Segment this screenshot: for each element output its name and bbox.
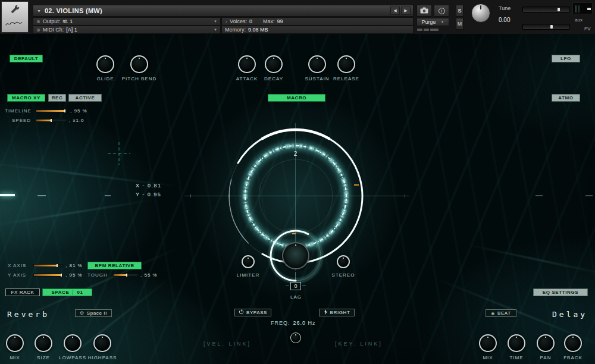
fx-rack-label: FX RACK xyxy=(11,290,35,295)
stereo-label: STEREO xyxy=(332,272,355,278)
bpm-relative-button[interactable]: BPM RELATIVE xyxy=(87,262,142,269)
bolt-icon xyxy=(324,309,328,316)
edge-tick xyxy=(585,195,593,196)
release-knob-group: RELEASE xyxy=(328,55,364,81)
x-axis-label: X AXIS xyxy=(8,263,26,268)
tough-label: TOUGH xyxy=(87,272,108,278)
highpass-knob[interactable] xyxy=(93,334,111,352)
limiter-label: LIMITER xyxy=(237,272,260,278)
freq-knob[interactable] xyxy=(290,332,301,343)
attack-knob[interactable] xyxy=(238,55,256,73)
time-knob[interactable] xyxy=(508,334,525,352)
pan-label: PAN xyxy=(540,355,552,360)
space-number: 01 xyxy=(77,290,83,295)
limiter-knob-group: LIMITER xyxy=(230,255,266,278)
edit-wrench-box[interactable] xyxy=(1,1,29,33)
snapshot-camera-button[interactable] xyxy=(416,5,432,17)
vel-link-toggle[interactable]: [VEL. LINK] xyxy=(203,341,251,347)
bright-button[interactable]: BRIGHT xyxy=(319,309,355,316)
memory-value: 9.08 MB xyxy=(248,27,268,33)
pan-knob[interactable] xyxy=(537,334,555,352)
output-select[interactable]: ⊕ Output: st. 1 ▼ xyxy=(33,17,221,26)
freq-readout: FREQ: 26.0 Hz xyxy=(271,320,316,326)
reverb-mix-knob[interactable] xyxy=(6,334,24,352)
rec-button[interactable]: REC xyxy=(48,94,66,102)
sustain-knob[interactable] xyxy=(308,55,326,73)
speed-slider[interactable] xyxy=(36,119,67,122)
pitch-bend-label: PITCH BEND xyxy=(122,76,156,81)
space-ii-button[interactable]: ⚙ Space II xyxy=(75,309,112,317)
y-position-readout: Y - 0.95 xyxy=(136,192,161,197)
time-label: TIME xyxy=(509,355,523,360)
prev-instrument-button[interactable]: ◀ xyxy=(390,7,400,15)
midi-channel-select[interactable]: ⊕ MIDI Ch: [A] 1 ▼ xyxy=(33,26,221,34)
mute-button[interactable]: M xyxy=(456,18,464,30)
timeline-slider[interactable] xyxy=(36,109,67,112)
tune-label: Tune xyxy=(499,5,511,11)
rec-label: REC xyxy=(52,95,63,101)
key-link-toggle[interactable]: [KEY. LINK] xyxy=(335,341,383,347)
beat-icon: ◉ xyxy=(491,311,495,316)
bright-label: BRIGHT xyxy=(330,310,350,315)
bypass-label: BYPASS xyxy=(246,310,267,315)
limiter-knob[interactable] xyxy=(242,255,255,268)
pitch-bend-knob[interactable] xyxy=(130,55,148,73)
memory-label: Memory: xyxy=(225,27,246,33)
atmo-tab-button[interactable]: ATMO xyxy=(552,94,580,102)
volume-slider-handle[interactable] xyxy=(558,8,560,11)
volume-slider[interactable] xyxy=(522,7,570,12)
decay-label: DECAY xyxy=(264,76,283,81)
next-instrument-button[interactable]: ▶ xyxy=(401,7,411,15)
instrument-title-bar[interactable]: ▼ 02. VIOLINS (MW) ◀ ▶ xyxy=(33,5,414,17)
left-edge-marker xyxy=(0,194,15,196)
size-knob-group: SIZE xyxy=(29,334,58,360)
lag-value-box[interactable]: 0 xyxy=(290,282,301,290)
instrument-nav: ◀ ▶ xyxy=(390,7,413,15)
center-macro-knob[interactable] xyxy=(282,242,309,269)
tune-knob[interactable] xyxy=(471,4,490,23)
wrench-icon xyxy=(10,4,20,17)
aux-label[interactable]: aux xyxy=(575,17,583,23)
fx-rack-button[interactable]: FX RACK xyxy=(5,288,40,296)
pan-slider[interactable] xyxy=(522,24,570,30)
y-axis-slider[interactable] xyxy=(33,274,63,277)
decay-knob[interactable] xyxy=(265,55,283,73)
note-icon: ♪ xyxy=(225,19,227,24)
purge-dropdown[interactable]: Purge ▼ xyxy=(416,18,449,26)
glide-knob[interactable] xyxy=(96,55,114,73)
size-knob[interactable] xyxy=(35,334,52,352)
release-knob[interactable] xyxy=(337,55,355,73)
atmo-label: ATMO xyxy=(558,95,573,101)
stereo-knob[interactable] xyxy=(337,255,350,268)
solo-button[interactable]: S xyxy=(456,5,464,17)
fback-knob[interactable] xyxy=(564,334,582,352)
info-button[interactable]: i xyxy=(434,5,449,17)
eq-settings-button[interactable]: EQ SETTINGS xyxy=(533,288,588,296)
delay-mix-knob[interactable] xyxy=(479,334,497,352)
macro-xy-tab-button[interactable]: MACRO XY xyxy=(7,94,45,102)
lfo-tab-button[interactable]: LFO xyxy=(552,55,580,62)
x-axis-slider[interactable] xyxy=(33,264,63,267)
preset-default-button[interactable]: DEFAULT xyxy=(10,55,43,62)
delay-mix-knob-group: MIX xyxy=(473,334,503,360)
active-button[interactable]: ACTIVE xyxy=(68,94,102,102)
tough-slider[interactable] xyxy=(113,274,138,277)
purge-meter xyxy=(417,29,439,31)
pv-label[interactable]: PV xyxy=(584,26,591,32)
active-label: ACTIVE xyxy=(76,95,95,101)
pan-slider-handle[interactable] xyxy=(550,25,553,29)
lowpass-knob[interactable] xyxy=(64,334,82,352)
space-ii-label: Space II xyxy=(87,310,107,316)
default-label: DEFAULT xyxy=(14,56,39,61)
midi-value: [A] 1 xyxy=(66,27,77,33)
beat-button[interactable]: ◉ BEAT xyxy=(486,309,516,317)
bypass-button[interactable]: BYPASS xyxy=(234,309,271,316)
logo-signature xyxy=(4,19,26,30)
macro-xy-label: MACRO XY xyxy=(12,95,40,101)
macro-tab-button[interactable]: MACRO xyxy=(268,94,325,102)
macro-target-marker xyxy=(108,142,130,165)
camera-icon xyxy=(420,5,428,16)
space-label: SPACE xyxy=(51,290,69,295)
drag-handle-icon: ⊕ xyxy=(36,27,40,33)
space-preset-button[interactable]: SPACE 01 xyxy=(42,288,92,296)
